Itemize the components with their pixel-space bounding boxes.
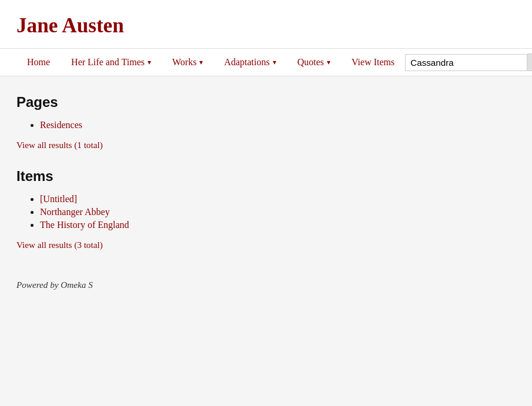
list-item: Northanger Abbey (40, 207, 516, 217)
nav-works-chevron-icon: ▾ (199, 58, 203, 67)
footer: Powered by Omeka S (16, 280, 516, 290)
nav-view-items[interactable]: View Items (341, 49, 405, 76)
main-content: Pages Residences View all results (1 tot… (0, 76, 532, 308)
items-view-all-link[interactable]: View all results (3 total) (16, 240, 103, 250)
pages-section: Pages Residences View all results (1 tot… (16, 94, 516, 168)
nav-adaptations[interactable]: Adaptations ▾ (213, 49, 286, 76)
search-button[interactable]: 🔍 (527, 53, 532, 71)
nav-works[interactable]: Works ▾ (162, 49, 213, 76)
items-section: Items [Untitled] Northanger Abbey The Hi… (16, 168, 516, 268)
site-title-link[interactable]: Jane Austen (16, 14, 124, 37)
main-nav: Home Her Life and Times ▾ Works ▾ Adapta… (0, 48, 532, 76)
items-section-title: Items (16, 168, 516, 184)
nav-adaptations-chevron-icon: ▾ (273, 58, 276, 67)
nav-life-chevron-icon: ▾ (148, 58, 151, 67)
items-result-list: [Untitled] Northanger Abbey The History … (16, 194, 516, 230)
list-item: [Untitled] (40, 194, 516, 204)
nav-quotes[interactable]: Quotes ▾ (287, 49, 341, 76)
pages-result-list: Residences (16, 120, 516, 130)
items-result-northanger-abbey[interactable]: Northanger Abbey (40, 207, 110, 217)
pages-result-residences[interactable]: Residences (40, 120, 82, 130)
pages-section-title: Pages (16, 94, 516, 110)
search-input[interactable] (405, 54, 527, 71)
nav-quotes-chevron-icon: ▾ (327, 58, 330, 67)
items-result-untitled[interactable]: [Untitled] (40, 194, 77, 204)
nav-life-and-times[interactable]: Her Life and Times ▾ (61, 49, 162, 76)
nav-home[interactable]: Home (16, 49, 61, 76)
nav-works-label: Works (172, 57, 196, 68)
pages-view-all-link[interactable]: View all results (1 total) (16, 140, 103, 150)
list-item: Residences (40, 120, 516, 130)
nav-quotes-label: Quotes (297, 57, 324, 68)
items-result-history-of-england[interactable]: The History of England (40, 220, 129, 230)
list-item: The History of England (40, 220, 516, 230)
site-title-container: Jane Austen (0, 0, 532, 48)
nav-life-label: Her Life and Times (71, 57, 145, 68)
search-form: 🔍 (405, 53, 532, 71)
nav-adaptations-label: Adaptations (224, 57, 269, 68)
powered-by-text: Powered by Omeka S (16, 280, 516, 290)
